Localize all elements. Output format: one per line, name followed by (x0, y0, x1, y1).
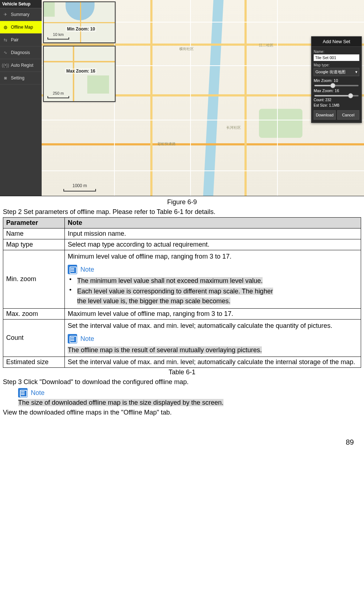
main-scale-bar: 1000 m (63, 183, 96, 191)
name-input[interactable] (314, 54, 359, 61)
sidebar-item-label: Diagnosis (11, 50, 30, 55)
scale-text: 10 km (53, 32, 64, 37)
globe-icon: ◍ (2, 25, 9, 30)
note-cell: Maximum level value of offline map, rang… (65, 308, 361, 319)
bullet-list: The minimum level value shall not exceed… (68, 276, 358, 306)
param-cell: Map type (3, 239, 65, 250)
chevron-down-icon: ▾ (355, 70, 357, 74)
maptype-select[interactable]: Google 街道地图 ▾ (314, 68, 359, 76)
road-label: 彩虹快速路 (158, 141, 176, 147)
param-cell: Min. zoom (3, 250, 65, 309)
note-callout: Note (68, 264, 358, 275)
sidebar-item-summary[interactable]: ✈ Summary (0, 8, 42, 21)
final-text: View the downloaded offline maps in the … (3, 409, 361, 416)
scale-text: 250 m (53, 91, 64, 95)
maptype-value: Google 街道地图 (315, 69, 346, 75)
min-zoom-slider[interactable] (314, 85, 359, 86)
th-parameter: Parameter (3, 218, 65, 228)
step-2-text: Step 2 Set parameters of offline map. Pl… (3, 208, 361, 216)
intro-text: Set the interval value of max. and min. … (68, 321, 358, 331)
sidebar-item-diagnosis[interactable]: ∿ Diagnosis (0, 46, 42, 59)
minor-road (42, 170, 364, 171)
sidebar-item-offline-map[interactable]: ◍ Offline Map (0, 21, 42, 34)
table-row: Name Input mission name. (3, 228, 361, 239)
note-callout: Note (68, 334, 358, 344)
table-row: Count Set the interval value of max. and… (3, 319, 361, 357)
camera-icon: ◙ (2, 75, 9, 81)
table-row: Estimated size Set the interval value of… (3, 357, 361, 367)
list-item: Each level value is corresponding to dif… (68, 287, 358, 306)
highlight-text: Each level value is corresponding to dif… (77, 288, 273, 295)
list-item: The minimum level value shall not exceed… (68, 276, 358, 286)
figure-caption: Figure 6-9 (0, 198, 364, 206)
wave-icon: ∿ (2, 50, 9, 55)
page-number: 89 (0, 438, 354, 446)
th-note: Note (65, 218, 361, 228)
note-label: Note (80, 335, 94, 342)
signal-icon: ((•)) (2, 63, 9, 68)
paper-plane-icon: ✈ (2, 12, 9, 17)
note-cell: Set the interval value of max. and min. … (65, 319, 361, 357)
sidebar-item-label: Auto Regist (11, 63, 33, 68)
sidebar-item-auto-regist[interactable]: ((•)) Auto Regist (0, 59, 42, 72)
step-3-text: Step 3 Click "Download" to download the … (3, 378, 361, 386)
highlight-text: The minimum level value shall not exceed… (77, 277, 263, 284)
note-label: Note (31, 389, 45, 396)
major-road (150, 0, 152, 196)
sidebar-item-label: Pair (11, 37, 18, 42)
map-canvas[interactable]: 彩虹快速路 江二社区 横街社区 长河社区 Min Zoom: 10 10 km (42, 0, 364, 196)
highlight-text: the level value is, the bigger the map s… (77, 297, 230, 305)
major-road (244, 0, 247, 196)
param-cell: Estimated size (3, 357, 65, 367)
note-cell: Minimum level value of offline map, rang… (65, 250, 361, 309)
est-size-text: Est Size: 1.1MB (314, 103, 359, 107)
min-zoom-thumbnail: Min Zoom: 10 10 km (43, 1, 116, 43)
sidebar-item-label: Summary (11, 12, 29, 17)
max-zoom-slider[interactable] (314, 95, 359, 96)
cancel-button[interactable]: Cancel (337, 110, 359, 120)
download-button[interactable]: Download (314, 110, 336, 120)
highlight-line: The offline map is the result of several… (68, 345, 358, 355)
scale-bar: 250 m (47, 91, 69, 98)
note-text-line: The size of downloaded offline map is th… (18, 399, 361, 407)
thumb-title: Min Zoom: 10 (66, 26, 96, 32)
highlight-text: The offline map is the result of several… (68, 346, 262, 354)
road-label: 长河社区 (226, 125, 241, 130)
name-label: Name: (314, 50, 359, 54)
road-label: 江二社区 (259, 43, 273, 48)
sidebar-item-setting[interactable]: ◙ Setting (0, 72, 42, 85)
note-cell: Select map type according to actual requ… (65, 239, 361, 250)
sidebar-header: Vehicle Setup (0, 0, 42, 8)
road-label: 横街社区 (179, 46, 194, 52)
note-callout: Note (18, 388, 361, 398)
sidebar-item-label: Setting (11, 75, 24, 81)
maptype-label: Map type: (314, 63, 359, 67)
max-zoom-label: Max Zoom: 16 (314, 88, 359, 93)
river-shape (203, 0, 223, 196)
table-row: Max. zoom Maximum level value of offline… (3, 308, 361, 319)
note-cell: Input mission name. (65, 228, 361, 239)
sidebar-item-pair[interactable]: ⇆ Pair (0, 34, 42, 46)
table-caption: Table 6-1 (0, 368, 364, 376)
intro-text: Minimum level value of offline map, rang… (68, 252, 358, 261)
sidebar-item-label: Offline Map (11, 25, 33, 30)
highlight-text: The size of downloaded offline map is th… (18, 399, 223, 406)
table-row: Min. zoom Minimum level value of offline… (3, 250, 361, 309)
note-cell: Set the interval value of max. and min. … (65, 357, 361, 367)
minor-road (190, 0, 191, 196)
count-text: Count: 232 (314, 98, 359, 102)
body-note: Note The size of downloaded offline map … (18, 388, 361, 407)
max-zoom-thumbnail: Max Zoom: 16 250 m (43, 46, 116, 102)
scale-bar: 10 km (47, 32, 69, 40)
table-row: Map type Select map type according to ac… (3, 239, 361, 250)
thumb-title: Max Zoom: 16 (65, 68, 97, 74)
minor-road (277, 0, 278, 196)
document-page: Vehicle Setup ✈ Summary ◍ Offline Map ⇆ … (0, 0, 364, 446)
parameter-table: Parameter Note Name Input mission name. … (3, 217, 361, 368)
scale-text: 1000 m (72, 183, 87, 188)
app-sidebar: Vehicle Setup ✈ Summary ◍ Offline Map ⇆ … (0, 0, 42, 196)
min-zoom-label: Min Zoom: 10 (314, 78, 359, 83)
param-cell: Count (3, 319, 65, 357)
param-cell: Max. zoom (3, 308, 65, 319)
link-icon: ⇆ (2, 37, 9, 42)
